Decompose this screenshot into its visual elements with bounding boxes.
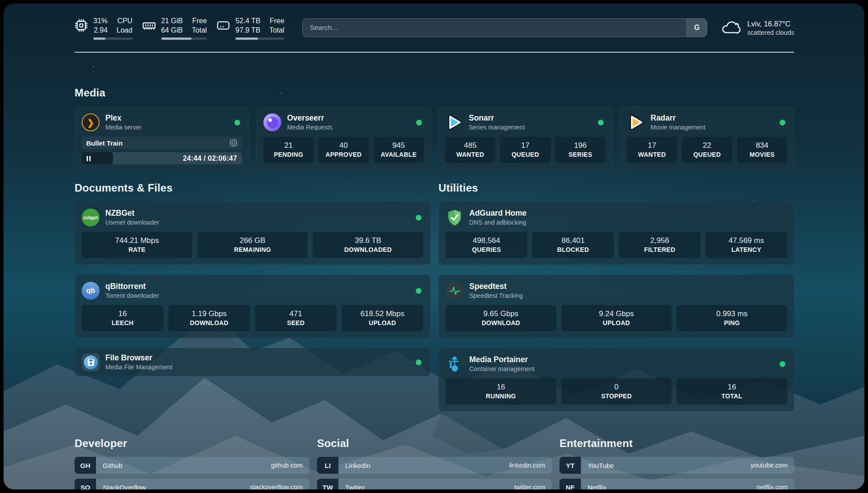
search-input[interactable] [303,24,687,32]
link-linkedin[interactable]: LI LinkedInlinkedin.com [317,457,552,474]
now-playing-row: Bullet Train [82,137,242,149]
stat-label: QUEUED [503,150,547,159]
cloud-icon [721,20,741,36]
stat-tile: 17 QUEUED [500,137,550,163]
radarr-icon [627,113,645,131]
stat-label: LATENCY [708,246,785,254]
cpu-icon [75,19,88,32]
stat-label: LEECH [84,319,161,327]
link-github[interactable]: GH Githubgithub.com [75,457,309,474]
stat-value: 16 [448,382,554,392]
status-dot [416,215,421,221]
playback-time: 24:44 / 02:06:47 [183,152,237,164]
stat-label: DOWNLOAD [171,319,247,327]
stat-value: 0 [564,382,669,392]
playback-progress-bar: 24:44 / 02:06:47 [82,152,242,164]
stat-value: 9.65 Gbps [448,309,554,319]
cpu-label: CPU [117,16,133,25]
disk-icon [217,19,230,32]
link-name: YouTube [588,462,614,469]
stat-label: DOWNLOADED [315,246,421,254]
now-playing-title: Bullet Train [86,139,123,147]
link-abbr: NF [559,479,581,489]
app-desc: Media File Management [105,363,410,372]
weather-condition: scattered clouds [747,29,794,37]
stat-label: PING [679,319,785,327]
stat-value: 834 [740,140,785,150]
cpu-progress-bar [93,38,133,40]
stat-tile: 39.6 TB DOWNLOADED [313,232,423,258]
link-twitter[interactable]: TW Twittertwitter.com [317,479,552,489]
app-card-speedtest[interactable]: Speedtest Speedtest Tracking 9.65 Gbps D… [438,275,794,338]
app-card-filebrowser[interactable]: File Browser Media File Management [75,348,430,376]
stat-tile: 1.19 Gbps DOWNLOAD [168,305,250,331]
link-abbr: LI [317,457,338,474]
plex-icon: ❯ [82,113,100,131]
section-title-entertainment: Entertainment [559,437,794,450]
app-name: Speedtest [469,281,787,292]
link-stackoverflow[interactable]: SO StackOverflowstackoverflow.com [75,479,309,489]
status-dot [234,120,240,125]
link-url: github.com [271,462,303,469]
stat-label: APPROVED [321,150,366,159]
link-abbr: TW [317,479,338,489]
ram-free-label: Free [192,16,207,25]
section-title-utilities: Utilities [438,182,794,194]
session-record-icon [230,139,238,147]
disk-progress-bar [235,38,284,40]
app-card-adguard[interactable]: AdGuard Home DNS and adblocking 498,564 … [438,201,794,265]
stat-label: SEED [258,319,334,327]
app-card-overseerr[interactable]: Overseerr Media Requests 21 PENDING 40 A… [256,106,431,171]
app-card-portainer[interactable]: Media Portainer Container management 16 … [438,348,794,411]
app-desc: Media Requests [287,123,410,132]
link-abbr: GH [75,457,96,474]
link-abbr: YT [559,457,581,474]
stat-value: 9.24 Gbps [564,309,669,319]
topbar-divider [75,52,794,53]
stat-value: 22 [684,140,729,150]
stat-value: 498,564 [448,235,525,246]
pause-icon [87,156,88,161]
stat-label: STOPPED [564,392,669,401]
media-cards-row: ❯ Plex Media server Bullet Train [75,106,794,171]
cpu-widget: 31% 2.94 CPU Load [75,16,133,40]
app-card-qbittorrent[interactable]: qb qBittorrent Torrent downloader 16 LEE… [75,275,430,338]
weather-widget: Lviv, 16.87°C scattered clouds [721,19,794,37]
dashboard-window: 31% 2.94 CPU Load [4,4,864,489]
stat-label: RATE [84,246,190,254]
app-name: Plex [105,113,229,123]
disk-total-value: 97.9 TB [235,25,260,35]
app-card-radarr[interactable]: Radarr Movie management 17 WANTED 22 QUE… [620,106,794,171]
app-card-plex[interactable]: ❯ Plex Media server Bullet Train [75,106,249,171]
stat-value: 945 [376,140,421,150]
section-title-documents: Documents & Files [75,182,430,194]
stat-tile: 196 SERIES [555,137,605,163]
stat-value: 17 [503,140,547,150]
stat-label: WANTED [448,150,492,159]
adguard-icon [446,209,463,226]
stat-label: SERIES [558,150,603,159]
stat-label: MOVIES [740,150,785,159]
stat-label: WANTED [630,150,674,159]
stat-value: 16 [84,309,161,319]
sonarr-icon [445,113,463,131]
app-desc: Container management [469,365,774,373]
app-name: qBittorrent [105,281,410,292]
ram-icon [142,19,156,32]
stat-value: 744.21 Mbps [84,235,190,246]
stat-label: QUEUED [684,150,729,159]
stat-label: REMAINING [200,246,305,254]
app-card-sonarr[interactable]: Sonarr Series management 485 WANTED 17 Q… [438,106,613,171]
link-url: youtube.com [751,462,788,469]
stat-tile: 22 QUEUED [682,137,732,163]
stat-value: 16 [679,382,785,392]
playback-elapsed-fill [82,152,113,164]
entertainment-links: YT YouTubeyoutube.com NF Netflixnetflix.… [559,457,794,489]
app-name: Media Portainer [469,355,774,365]
app-card-nzbget[interactable]: nzbget NZBGet Usenet downloader 744.21 M… [75,201,430,265]
overseerr-icon [263,113,281,131]
stat-tile: 266 GB REMAINING [197,232,308,258]
search-engine-button[interactable]: G [686,19,707,37]
link-youtube[interactable]: YT YouTubeyoutube.com [559,457,794,474]
link-netflix[interactable]: NF Netflixnetflix.com [559,479,794,489]
